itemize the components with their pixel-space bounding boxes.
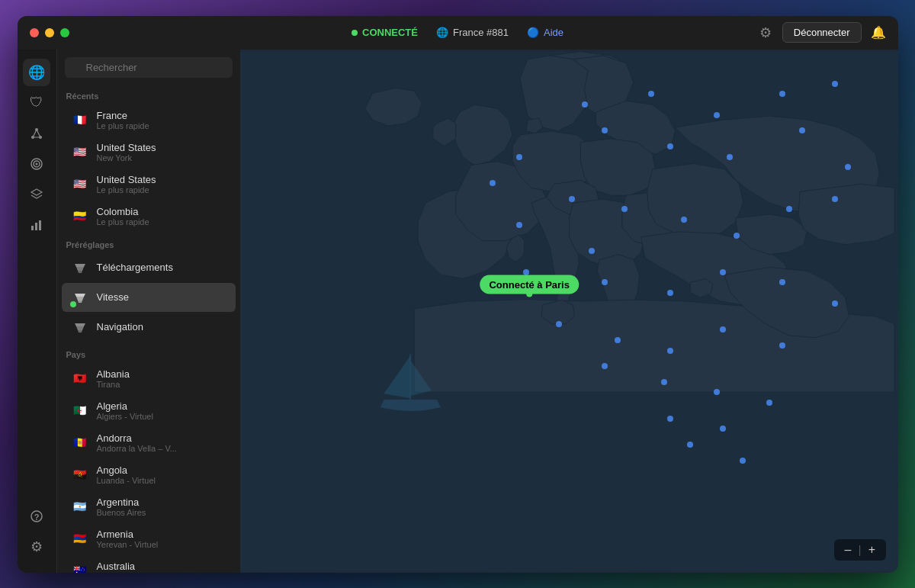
server-list: Récents 🇫🇷 France Le plus rapide 🇺🇸 Unit…: [57, 84, 240, 573]
us-ny-sub: New York: [97, 153, 156, 162]
colombia-flag: 🇨🇴: [71, 207, 89, 225]
main-content: 🌐 🛡: [18, 50, 898, 573]
server-dot: [734, 233, 740, 239]
australia-text: Australia 5 villes: [97, 561, 136, 573]
downloads-label: Téléchargements: [97, 262, 173, 273]
server-dot: [667, 348, 673, 354]
help-label[interactable]: Aide: [544, 27, 563, 38]
speed-label: Vitesse: [97, 291, 129, 303]
andorra-name: Andorra: [97, 432, 177, 444]
us-fast-name: United States: [97, 174, 156, 185]
server-dot: [779, 342, 785, 349]
us-flag-1: 🇺🇸: [71, 143, 89, 161]
armenia-flag: 🇦🇲: [71, 529, 89, 548]
albania-text: Albania Tirana: [97, 368, 130, 389]
country-angola[interactable]: 🇦🇴 Angola Luanda - Virtuel: [62, 459, 236, 490]
colombia-text: Colombia Le plus rapide: [97, 206, 149, 227]
traffic-lights: [30, 28, 69, 37]
us-fast-sub: Le plus rapide: [97, 185, 156, 194]
titlebar-right: ⚙ Déconnecter 🔔: [758, 22, 886, 43]
recent-colombia[interactable]: 🇨🇴 Colombia Le plus rapide: [62, 201, 236, 232]
preset-navigation[interactable]: Navigation: [62, 313, 236, 342]
sidebar-item-stats[interactable]: [23, 211, 50, 239]
downloads-icon: [71, 259, 89, 277]
argentina-sub: Buenos Aires: [97, 508, 146, 517]
search-input[interactable]: [65, 57, 233, 78]
andorra-sub: Andorra la Vella – V...: [97, 444, 177, 453]
france-text: France Le plus rapide: [97, 110, 149, 130]
preset-downloads[interactable]: Téléchargements: [62, 253, 236, 282]
minimize-button[interactable]: [45, 28, 54, 37]
svg-rect-11: [39, 220, 41, 230]
status-dot: [352, 30, 358, 36]
server-dot: [714, 112, 720, 118]
sidebar-item-target[interactable]: [23, 150, 50, 178]
zoom-divider: |: [859, 544, 862, 556]
preset-speed[interactable]: Vitesse: [62, 283, 236, 312]
titlebar-center: CONNECTÉ 🌐 France #881 🔵 Aide: [352, 27, 563, 38]
notification-icon[interactable]: 🔔: [871, 25, 886, 40]
colombia-sub: Le plus rapide: [97, 217, 149, 227]
country-argentina[interactable]: 🇦🇷 Argentina Buenos Aires: [62, 491, 236, 522]
speed-icon: [71, 288, 89, 307]
angola-flag: 🇦🇴: [71, 465, 89, 484]
sidebar-item-mesh[interactable]: [23, 120, 50, 147]
armenia-sub: Yerevan - Virtuel: [97, 540, 159, 549]
server-dot: [681, 217, 687, 223]
sidebar-item-help[interactable]: ?: [23, 503, 50, 530]
server-dot: [589, 248, 595, 254]
server-dot: [740, 458, 746, 464]
help-circle-icon: 🔵: [527, 27, 539, 38]
help-link[interactable]: 🔵 Aide: [527, 27, 563, 38]
zoom-controls: – | +: [834, 539, 886, 561]
algeria-name: Algeria: [97, 400, 153, 412]
colombia-name: Colombia: [97, 206, 149, 217]
recents-header: Récents: [57, 84, 240, 104]
andorra-flag: 🇦🇩: [71, 433, 89, 451]
us-fast-text: United States Le plus rapide: [97, 174, 156, 194]
zoom-out-button[interactable]: –: [840, 542, 856, 557]
australia-name: Australia: [97, 561, 136, 572]
settings-button[interactable]: ⚙: [758, 23, 773, 43]
country-algeria[interactable]: 🇩🇿 Algeria Algiers - Virtuel: [62, 395, 236, 426]
server-dot: [523, 269, 529, 275]
sidebar-item-layers[interactable]: [23, 181, 50, 208]
server-dot: [648, 91, 654, 97]
france-name: France: [97, 110, 149, 121]
recent-us-fast[interactable]: 🇺🇸 United States Le plus rapide: [62, 169, 236, 200]
server-dot: [556, 321, 562, 327]
zoom-in-button[interactable]: +: [865, 542, 880, 557]
svg-rect-9: [31, 226, 34, 230]
us-ny-text: United States New York: [97, 142, 156, 162]
albania-name: Albania: [97, 368, 130, 380]
map-area[interactable]: Connecté à Paris – | +: [240, 50, 898, 573]
country-armenia[interactable]: 🇦🇲 Armenia Yerevan - Virtuel: [62, 523, 236, 554]
argentina-name: Argentina: [97, 496, 146, 508]
navigation-label: Navigation: [97, 321, 143, 333]
country-australia[interactable]: 🇦🇺 Australia 5 villes: [62, 555, 236, 573]
albania-sub: Tirana: [97, 380, 130, 389]
search-container: 🔍: [57, 50, 240, 84]
server-name: France #881: [453, 27, 509, 38]
australia-flag: 🇦🇺: [71, 561, 89, 573]
recent-france[interactable]: 🇫🇷 France Le plus rapide: [62, 104, 236, 136]
active-indicator: [70, 301, 76, 307]
australia-sub: 5 villes: [97, 572, 136, 573]
maximize-button[interactable]: [60, 28, 69, 37]
sidebar-bottom: ? ⚙: [23, 503, 50, 573]
disconnect-button[interactable]: Déconnecter: [782, 22, 862, 43]
sidebar-item-settings[interactable]: ⚙: [23, 533, 50, 561]
algeria-flag: 🇩🇿: [71, 401, 89, 419]
recent-us-ny[interactable]: 🇺🇸 United States New York: [62, 137, 236, 168]
country-andorra[interactable]: 🇦🇩 Andorra Andorra la Vella – V...: [62, 427, 236, 458]
sidebar-item-servers[interactable]: 🌐: [23, 59, 50, 86]
sidebar-item-shield[interactable]: 🛡: [23, 89, 50, 117]
close-button[interactable]: [30, 28, 39, 37]
country-albania[interactable]: 🇦🇱 Albania Tirana: [62, 363, 236, 394]
angola-text: Angola Luanda - Virtuel: [97, 464, 156, 485]
svg-line-4: [37, 130, 40, 137]
countries-header: Pays: [57, 342, 240, 362]
connection-status: CONNECTÉ: [352, 27, 418, 38]
app-window: CONNECTÉ 🌐 France #881 🔵 Aide ⚙ Déconnec…: [18, 16, 898, 573]
server-dot: [727, 154, 733, 160]
